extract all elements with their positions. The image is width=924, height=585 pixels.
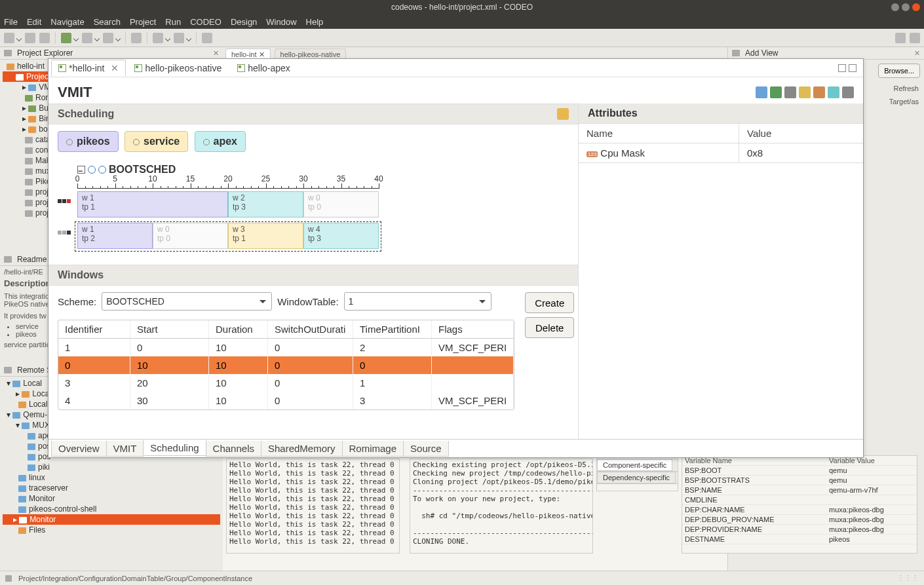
editor-tab-hello-pikeos-native[interactable]: hello-pikeos-native — [127, 60, 229, 76]
menu-file[interactable]: File — [4, 17, 18, 27]
minimize-pane-button[interactable] — [838, 64, 846, 72]
bottom-tab-sharedmemory[interactable]: SharedMemory — [261, 441, 343, 457]
pill-apex[interactable]: apex — [195, 131, 246, 152]
status-text: Project/Integration/ConfigurationDomainT… — [18, 575, 252, 582]
toolbar-save-icon[interactable] — [25, 33, 35, 43]
bottom-tab-source[interactable]: Source — [403, 441, 449, 457]
menu-run[interactable]: Run — [165, 17, 181, 27]
bottom-tab-vmit[interactable]: VMIT — [106, 441, 144, 457]
window-min-button[interactable] — [891, 3, 899, 11]
attribute-row[interactable]: 123Cpu Mask0x8 — [579, 143, 863, 163]
diagram-icon[interactable] — [828, 86, 839, 98]
editor-tab-hello-apex[interactable]: hello-apex — [230, 60, 298, 76]
timeline-block[interactable]: w 1tp 2 — [77, 223, 153, 249]
toolbar-debug-icon[interactable] — [82, 33, 92, 43]
toolbar-back-icon[interactable] — [153, 33, 163, 43]
pill-service[interactable]: service — [125, 131, 188, 152]
variable-row[interactable]: CMDLINE — [682, 495, 917, 505]
table-row[interactable]: 101002VM_SCF_PERI — [58, 339, 514, 356]
scheme-combo[interactable]: BOOTSCHED — [102, 292, 272, 311]
variable-row[interactable]: DEP:CHAR:NAMEmuxa:pikeos-dbg — [682, 505, 917, 515]
bottom-tab-romimage[interactable]: Romimage — [342, 441, 404, 457]
project-explorer-title: Project Explorer — [17, 48, 73, 58]
editor-tabbar: *hello-int ✕ hello-pikeos-native hello-a… — [48, 59, 863, 77]
close-icon[interactable]: ✕ — [213, 49, 219, 58]
variable-row[interactable]: BSP:BOOTqemu — [682, 466, 917, 476]
col-duration: Duration — [209, 320, 268, 338]
menu-edit[interactable]: Edit — [27, 17, 41, 27]
toolbar-saveall-icon[interactable] — [39, 33, 50, 43]
delete-button[interactable]: Delete — [525, 317, 574, 338]
add-view-title: Add View — [745, 48, 778, 58]
toolbar-quick-access-icon[interactable] — [895, 33, 906, 43]
collapse-icon[interactable]: − — [77, 166, 85, 174]
windows-table[interactable]: Identifier Start Duration SwitchOutDurat… — [58, 320, 514, 410]
table-row[interactable]: 3201001 — [58, 374, 514, 392]
variables-table[interactable]: Variable NameVariable Value BSP:BOOTqemu… — [682, 455, 917, 554]
table-row[interactable]: 0101000 — [58, 356, 514, 374]
timeline-ruler: 0510152025303540 — [77, 178, 379, 191]
col-start: Start — [130, 320, 209, 338]
main-toolbar — [0, 29, 924, 47]
browse-button[interactable]: Browse... — [878, 64, 920, 78]
close-icon[interactable]: ✕ — [914, 49, 920, 58]
remote-systems-icon — [4, 367, 12, 373]
bottom-tab-channels[interactable]: Channels — [206, 441, 261, 457]
tab-component-specific[interactable]: Component-specific — [597, 459, 672, 471]
variable-row[interactable]: BSP:BOOTSTRATSqemu — [682, 476, 917, 485]
variable-row[interactable]: DESTNAMEpikeos — [682, 535, 917, 544]
menu-help[interactable]: Help — [306, 17, 324, 27]
toolbar-launch-icon[interactable] — [103, 33, 113, 43]
gears-icon[interactable] — [770, 86, 782, 98]
attr-col-name: Name — [579, 124, 739, 143]
page-title: VMIT — [58, 84, 92, 101]
editor-tab-hello-int[interactable]: *hello-int ✕ — [51, 60, 126, 76]
menu-design[interactable]: Design — [231, 17, 257, 27]
brush-icon[interactable] — [799, 86, 811, 98]
wand-icon[interactable] — [784, 86, 796, 98]
menu-project[interactable]: Project — [130, 17, 156, 27]
editor-floating-window: *hello-int ✕ hello-pikeos-native hello-a… — [48, 58, 864, 458]
package-icon[interactable] — [813, 86, 825, 98]
toolbar-misc-icon[interactable] — [202, 33, 212, 43]
variable-row[interactable]: DEP:DEBUG_PROV:NAMEmuxa:pikeos-dbg — [682, 515, 917, 525]
zoom-in-icon[interactable] — [88, 166, 96, 174]
toolbar-search-icon[interactable] — [131, 33, 142, 43]
timeline-block[interactable]: w 1tp 1 — [77, 191, 228, 217]
pill-pikeos[interactable]: pikeos — [58, 131, 119, 152]
table-row[interactable]: 4301003VM_SCF_PERI — [58, 392, 514, 409]
tab-dependency-specific[interactable]: Dependency-specific — [597, 472, 676, 483]
timeline-block[interactable]: w 0tp 0 — [303, 191, 379, 217]
timeline-block[interactable]: w 0tp 0 — [153, 223, 228, 249]
window-close-button[interactable] — [912, 3, 920, 11]
close-icon[interactable]: ✕ — [111, 63, 119, 73]
toolbar-perspective-icon[interactable] — [910, 33, 920, 43]
toolbar-new-icon[interactable] — [4, 33, 14, 43]
database-icon[interactable] — [842, 86, 854, 98]
resize-grip-icon[interactable]: ⋮⋮⋮ — [897, 574, 919, 582]
window-max-button[interactable] — [902, 3, 910, 11]
windowtable-combo[interactable]: 1 — [344, 292, 491, 311]
timeline-block[interactable]: w 2tp 3 — [228, 191, 303, 217]
bottom-tab-scheduling[interactable]: Scheduling — [143, 440, 206, 456]
scheduling-icon[interactable] — [557, 108, 569, 120]
toolbar-run-icon[interactable] — [61, 33, 71, 43]
maximize-pane-button[interactable] — [849, 64, 857, 72]
menu-search[interactable]: Search — [94, 17, 121, 27]
create-button[interactable]: Create — [525, 292, 574, 313]
toolbar-forward-icon[interactable] — [174, 33, 184, 43]
col-switchoutduration: SwitchOutDurati — [268, 320, 353, 338]
variable-row[interactable]: DEP:PROVIDER:NAMEmuxa:pikeos-dbg — [682, 525, 917, 535]
zoom-out-icon[interactable] — [98, 166, 106, 174]
bottom-tab-overview[interactable]: Overview — [51, 441, 107, 457]
timeline-block[interactable]: w 4tp 3 — [303, 223, 379, 249]
gear-icon[interactable] — [756, 86, 767, 98]
timeline-track-2[interactable]: w 1tp 2w 0tp 0w 3tp 1w 4tp 3 — [77, 223, 379, 250]
timeline-block[interactable]: w 3tp 1 — [228, 223, 303, 249]
menu-navigate[interactable]: Navigate — [50, 17, 84, 27]
timeline-track-1[interactable]: w 1tp 1w 2tp 3w 0tp 0 — [77, 191, 379, 219]
variable-row[interactable]: BSP:NAMEqemu-arm-v7hf — [682, 485, 917, 495]
menu-codeo[interactable]: CODEO — [190, 17, 221, 27]
menu-window[interactable]: Window — [266, 17, 296, 27]
windowtable-label: WindowTable: — [277, 296, 338, 307]
